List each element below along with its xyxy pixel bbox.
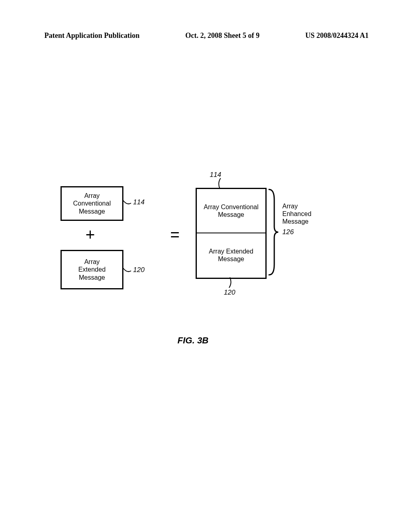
ref-126: 126 (282, 228, 294, 236)
box-text: Array Extended Message (197, 247, 265, 263)
header-right: US 2008/0244324 A1 (305, 31, 369, 40)
box-array-extended-message-left: Array Extended Message (60, 250, 123, 289)
header-left: Patent Application Publication (44, 31, 140, 40)
label-array-enhanced-message: Array Enhanced Message (282, 202, 311, 226)
box-text: Array Conventional Message (197, 203, 265, 218)
ref-114-left: 114 (133, 198, 144, 206)
plus-symbol: + (86, 226, 95, 244)
equals-symbol: = (170, 226, 179, 244)
page: Patent Application Publication Oct. 2, 2… (0, 0, 413, 532)
box-text: Array Extended Message (78, 258, 106, 281)
figure-caption: FIG. 3B (177, 335, 209, 346)
brace-right (267, 188, 279, 276)
box-array-enhanced-stack: Array Conventional Message Array Extende… (196, 188, 267, 279)
figure-diagram: Array Conventional Message 114 + Array E… (56, 173, 363, 347)
box-text: Array Conventional Message (73, 192, 111, 215)
box-array-conventional-message-left: Array Conventional Message (60, 186, 123, 221)
page-header: Patent Application Publication Oct. 2, 2… (44, 31, 369, 40)
leader-tick (216, 178, 224, 190)
header-center: Oct. 2, 2008 Sheet 5 of 9 (186, 31, 260, 40)
ref-120-left: 120 (133, 266, 144, 274)
ref-114-stack: 114 (210, 171, 221, 179)
ref-120-stack: 120 (224, 289, 235, 297)
stack-top-cell: Array Conventional Message (197, 189, 265, 233)
stack-bottom-cell: Array Extended Message (197, 233, 265, 277)
